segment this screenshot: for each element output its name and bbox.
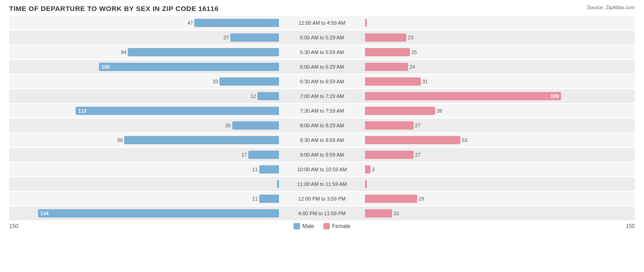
- male-bar: [230, 33, 279, 42]
- female-value: 15: [393, 211, 399, 216]
- right-section: 24: [363, 60, 635, 74]
- bar-row: 1006:00 AM to 6:29 AM24: [9, 60, 635, 74]
- left-section: 47: [9, 16, 281, 30]
- left-section: [9, 177, 281, 191]
- legend-male-label: Male: [302, 223, 314, 229]
- axis-left-label: 150: [9, 223, 281, 229]
- male-bar: [259, 165, 279, 174]
- male-bar: [128, 48, 279, 56]
- legend: Male Female: [281, 223, 363, 229]
- right-section: 25: [363, 45, 635, 59]
- time-label: 6:00 AM to 6:29 AM: [281, 64, 363, 70]
- time-label: 10:00 AM to 10:59 AM: [281, 167, 363, 172]
- female-bar: [365, 195, 417, 203]
- right-section: 31: [363, 75, 635, 88]
- time-label: 7:00 AM to 7:29 AM: [281, 93, 363, 99]
- female-value: 24: [409, 64, 415, 70]
- chart-title: TIME OF DEPARTURE TO WORK BY SEX IN ZIP …: [9, 5, 635, 12]
- left-section: 84: [9, 45, 281, 59]
- bar-row: 1344:00 PM to 11:59 PM15: [9, 207, 635, 220]
- female-bar: [365, 209, 392, 218]
- male-value: 26: [225, 123, 231, 128]
- male-bar: 134: [38, 209, 279, 218]
- right-section: 23: [363, 31, 635, 44]
- right-section: [363, 16, 635, 30]
- left-section: 134: [9, 207, 281, 220]
- female-bar: [365, 19, 367, 27]
- right-section: 53: [363, 133, 635, 147]
- male-bar: [259, 195, 279, 203]
- legend-male-box: [294, 223, 300, 229]
- female-value: 27: [415, 152, 420, 158]
- male-value: 11: [252, 167, 258, 172]
- male-value: 33: [213, 79, 218, 84]
- female-bar: [365, 77, 421, 86]
- male-bar: 100: [99, 63, 279, 71]
- male-value: 27: [224, 35, 229, 40]
- time-label: 12:00 AM to 4:59 AM: [281, 20, 363, 26]
- female-bar: [365, 151, 414, 159]
- bar-row: 4712:00 AM to 4:59 AM: [9, 16, 635, 30]
- bar-row: 1110:00 AM to 10:59 AM3: [9, 163, 635, 176]
- left-section: 11: [9, 192, 281, 206]
- left-section: 11: [9, 163, 281, 176]
- axis-right-label: 150: [363, 223, 635, 229]
- female-value: 29: [419, 196, 424, 201]
- female-bar: [365, 136, 460, 144]
- male-bar: [248, 151, 279, 159]
- axis-row: 150 Male Female 150: [9, 223, 635, 229]
- female-value: 25: [411, 49, 417, 55]
- right-section: 15: [363, 207, 635, 220]
- chart-container: TIME OF DEPARTURE TO WORK BY SEX IN ZIP …: [0, 0, 644, 272]
- male-value: 86: [117, 137, 123, 143]
- female-value: 53: [462, 137, 467, 143]
- left-section: 27: [9, 31, 281, 44]
- male-value: 12: [251, 93, 256, 99]
- right-section: 39: [363, 104, 635, 118]
- time-label: 8:30 AM to 8:59 AM: [281, 137, 363, 143]
- left-section: 33: [9, 75, 281, 88]
- left-section: 86: [9, 133, 281, 147]
- bar-row: 179:00 AM to 9:59 AM27: [9, 148, 635, 162]
- bar-row: 268:00 AM to 8:29 AM27: [9, 119, 635, 132]
- time-label: 7:30 AM to 7:59 AM: [281, 108, 363, 114]
- right-section: 27: [363, 148, 635, 162]
- time-label: 4:00 PM to 11:59 PM: [281, 211, 363, 216]
- time-label: 6:30 AM to 6:59 AM: [281, 79, 363, 84]
- right-section: 29: [363, 192, 635, 206]
- right-section: 3: [363, 163, 635, 176]
- female-bar: [365, 33, 406, 42]
- bar-row: 845:30 AM to 5:59 AM25: [9, 45, 635, 59]
- time-label: 5:00 AM to 5:29 AM: [281, 35, 363, 40]
- bar-row: 11:00 AM to 11:59 AM: [9, 177, 635, 191]
- legend-female: Female: [323, 223, 350, 229]
- legend-female-label: Female: [332, 223, 350, 229]
- legend-male: Male: [294, 223, 314, 229]
- time-label: 12:00 PM to 3:59 PM: [281, 196, 363, 201]
- female-value: 27: [415, 123, 420, 128]
- bar-row: 1137:30 AM to 7:59 AM39: [9, 104, 635, 118]
- female-bar: [365, 165, 371, 174]
- left-section: 17: [9, 148, 281, 162]
- male-bar: [232, 121, 279, 130]
- bar-row: 336:30 AM to 6:59 AM31: [9, 75, 635, 88]
- bars-area: 4712:00 AM to 4:59 AM275:00 AM to 5:29 A…: [9, 16, 635, 220]
- female-value: 39: [437, 108, 442, 114]
- female-bar: [365, 107, 435, 115]
- time-label: 11:00 AM to 11:59 AM: [281, 181, 363, 187]
- female-bar: 109: [365, 92, 561, 100]
- bar-row: 868:30 AM to 8:59 AM53: [9, 133, 635, 147]
- left-section: 113: [9, 104, 281, 118]
- left-section: 100: [9, 60, 281, 74]
- female-bar: [365, 48, 410, 56]
- male-bar: [219, 77, 279, 86]
- male-bar: [194, 19, 279, 27]
- male-bar: 113: [76, 107, 279, 115]
- male-bar: [124, 136, 279, 144]
- bar-row: 275:00 AM to 5:29 AM23: [9, 31, 635, 44]
- male-bar: [277, 180, 279, 188]
- female-bar: [365, 121, 414, 130]
- female-value: 23: [408, 35, 413, 40]
- male-value: 84: [121, 49, 126, 55]
- male-value: 11: [252, 196, 258, 201]
